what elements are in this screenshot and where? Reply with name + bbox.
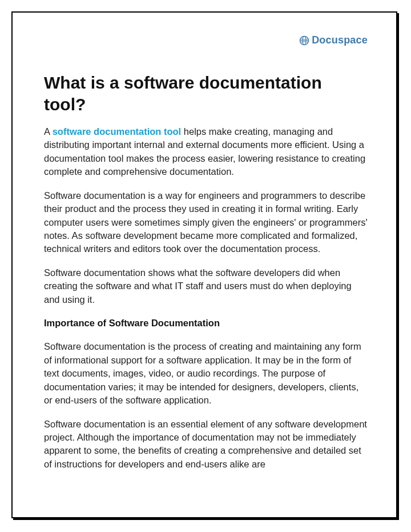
page-title: What is a software documentation tool? — [44, 72, 368, 115]
intro-paragraph: A software documentation tool helps make… — [44, 125, 368, 179]
body-paragraph: Software documentation is an essential e… — [44, 418, 368, 471]
software-documentation-tool-link[interactable]: software documentation tool — [53, 126, 182, 137]
section-subheading: Importance of Software Documentation — [44, 317, 368, 330]
globe-icon — [299, 35, 309, 46]
document-page: Docuspace What is a software documentati… — [11, 11, 397, 518]
text-prefix: A — [44, 126, 53, 137]
body-paragraph: Software documentation is the process of… — [44, 340, 368, 407]
brand-name: Docuspace — [312, 34, 368, 46]
body-paragraph: Software documentation shows what the so… — [44, 266, 368, 306]
brand-logo: Docuspace — [44, 34, 368, 46]
body-paragraph: Software documentation is a way for engi… — [44, 189, 368, 256]
